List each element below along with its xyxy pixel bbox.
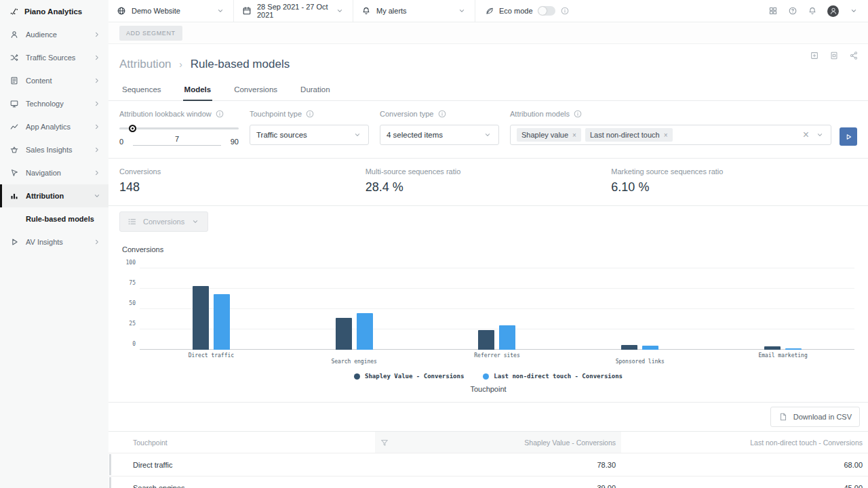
table-row: Direct traffic78.3068.00 [108,453,868,476]
globe-icon [117,6,126,16]
calendar-icon [242,6,252,16]
legend-item[interactable]: Shapley Value - Conversions [354,373,464,380]
eco-mode-toggle[interactable] [538,6,555,16]
x-category-label: Referrer sites [474,352,519,359]
chart-bar[interactable] [214,294,230,350]
y-tick-label: 75 [119,280,136,286]
technology-icon [9,99,19,108]
clear-all-icon[interactable]: × [803,129,809,141]
alerts-label: My alerts [376,7,407,15]
info-icon[interactable] [437,109,447,119]
chevron-down-icon[interactable] [815,130,825,140]
chart-y-axis-title: Conversions [122,245,857,253]
sidebar-item-content[interactable]: Content [0,69,108,92]
share-icon[interactable] [849,51,859,60]
user-avatar[interactable] [827,5,839,17]
main-area: Demo Website 28 Sep 2021 - 27 Oct 2021 M… [108,0,868,488]
column-header-touchpoint[interactable]: Touchpoint [108,432,375,453]
date-range-selector[interactable]: 28 Sep 2021 - 27 Oct 2021 [234,0,353,22]
chevron-right-icon [92,237,102,247]
breadcrumb-separator: › [179,59,182,70]
touchpoint-type-select[interactable]: Traffic sources [250,125,369,145]
slider-handle[interactable] [129,125,136,132]
sidebar-item-label: Audience [26,30,85,39]
kpi-row: Conversions148Multi-source sequences rat… [108,159,868,206]
segment-bar: ADD SEGMENT [108,22,868,44]
info-icon[interactable] [573,109,583,119]
chart-bar[interactable] [499,325,515,350]
tab-models[interactable]: Models [183,79,213,100]
slider-track[interactable] [119,127,239,129]
filter-funnel-icon[interactable] [380,438,389,447]
chart-bar[interactable] [193,286,209,350]
legend-item[interactable]: Last non-direct touch - Conversions [483,373,623,380]
legend-label: Last non-direct touch - Conversions [494,373,623,380]
apps-grid-icon[interactable] [768,6,778,16]
legend-dot [483,373,489,380]
lookback-filter: Attribution lookback window 0 7 90 [119,109,239,146]
info-icon[interactable] [215,109,224,119]
chevron-down-icon[interactable] [849,6,859,16]
sidebar-menu: AudienceTraffic SourcesContentTechnology… [0,23,108,253]
site-selector[interactable]: Demo Website [108,0,234,22]
model-tag: Shapley value× [517,128,581,142]
export-report-icon[interactable] [829,51,839,60]
audience-icon [9,30,19,39]
tab-conversions[interactable]: Conversions [233,79,279,100]
breadcrumb-parent[interactable]: Attribution [119,58,172,70]
help-icon[interactable] [788,6,797,16]
sidebar-item-sales-insights[interactable]: Sales Insights [0,138,108,161]
sidebar-item-label: App Analytics [26,123,85,131]
save-template-icon[interactable] [810,51,819,60]
conversion-type-select[interactable]: 4 selected items [380,125,499,145]
chevron-down-icon [191,217,200,226]
y-tick-label: 0 [119,341,136,347]
attribution-icon [9,191,19,201]
sidebar-item-navigation[interactable]: Navigation [0,161,108,184]
column-header-shapley[interactable]: Shapley Value - Conversions [375,432,621,453]
chart-bar[interactable] [621,345,637,350]
sidebar-item-technology[interactable]: Technology [0,92,108,115]
date-range: 28 Sep 2021 - 27 Oct 2021 [257,3,330,19]
metric-picker-button[interactable]: Conversions [119,211,208,232]
sidebar-item-audience[interactable]: Audience [0,23,108,46]
sidebar-item-attribution[interactable]: Attribution [0,184,108,207]
apply-button[interactable] [840,127,857,146]
lookback-value-input[interactable]: 7 [133,135,221,146]
attribution-models-select[interactable]: Shapley value×Last non-direct touch× × [510,125,831,145]
tab-duration[interactable]: Duration [299,79,331,100]
traffic-sources-icon [9,53,19,62]
eco-mode-label: Eco mode [499,7,533,15]
sidebar-subitem-rule-based-models[interactable]: Rule-based models [0,207,108,230]
lookback-slider [119,125,239,131]
sidebar-item-label: Technology [26,100,85,108]
column-header-last-touch[interactable]: Last non-direct touch - Conversions [621,432,868,453]
column-header-shapley-label: Shapley Value - Conversions [524,439,616,447]
chart-x-axis-title: Touchpoint [119,385,857,393]
chevron-down-icon [335,6,344,16]
kpi-value: 148 [119,180,366,195]
x-category-label: Search engines [331,359,376,365]
tab-sequences[interactable]: Sequences [121,79,163,100]
notifications-bell-icon[interactable] [808,6,817,16]
app-analytics-icon [9,122,19,131]
cell-shapley-value: 39.00 [375,476,621,488]
download-csv-button[interactable]: Download in CSV [770,407,860,427]
remove-tag-icon[interactable]: × [664,131,668,139]
chart-bar[interactable] [478,330,494,350]
kpi-value: 6.10 % [611,180,857,195]
info-icon[interactable] [560,6,570,16]
chevron-right-icon [92,168,102,178]
sidebar-item-traffic-sources[interactable]: Traffic Sources [0,46,108,69]
page-title: Rule-based models [191,58,290,70]
remove-tag-icon[interactable]: × [572,131,576,139]
x-category-label: Sponsored links [616,359,665,365]
alerts-selector[interactable]: My alerts [353,0,475,22]
chart-bar[interactable] [357,313,373,350]
chart-bar[interactable] [336,318,352,350]
add-segment-button[interactable]: ADD SEGMENT [119,26,182,41]
info-icon[interactable] [305,109,315,119]
sidebar-item-app-analytics[interactable]: App Analytics [0,115,108,138]
sidebar-item-av-insights[interactable]: AV Insights [0,230,108,253]
x-category-label: Direct traffic [189,352,234,359]
